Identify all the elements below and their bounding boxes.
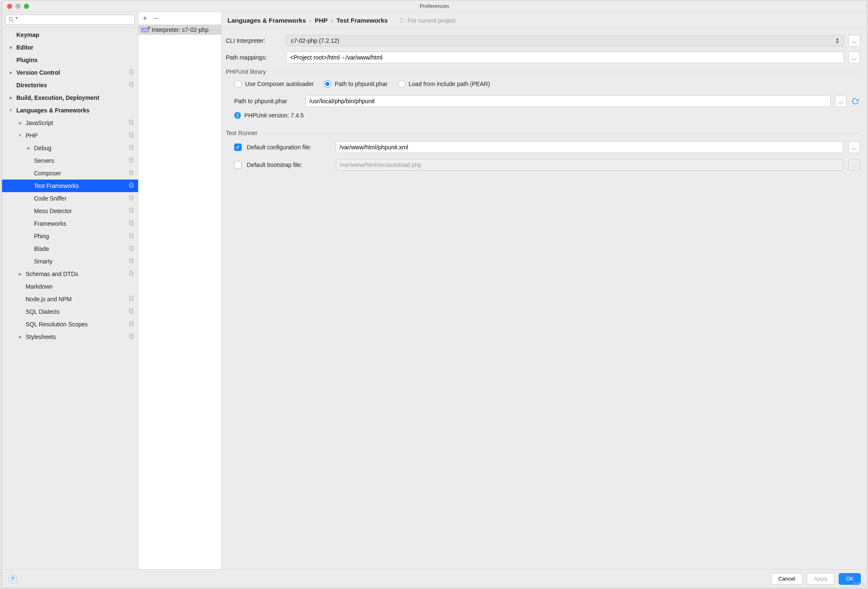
copy-icon xyxy=(128,145,134,151)
tree-item-editor[interactable]: ▶Editor xyxy=(2,41,138,54)
apply-button[interactable]: Apply xyxy=(807,573,835,585)
reload-icon[interactable] xyxy=(851,96,860,106)
default-bootstrap-browse-button: … xyxy=(848,159,860,171)
svg-line-1 xyxy=(12,21,14,22)
add-configuration-button[interactable]: + xyxy=(143,15,147,22)
tree-item-mess-detector[interactable]: Mess Detector xyxy=(2,205,138,217)
copy-icon xyxy=(128,271,134,277)
path-mappings-field[interactable] xyxy=(286,52,844,63)
phar-path-field[interactable] xyxy=(306,95,831,107)
copy-icon xyxy=(128,334,134,340)
copy-icon xyxy=(128,170,134,177)
tree-item-node-js-and-npm[interactable]: Node.js and NPM xyxy=(2,293,138,305)
svg-rect-20 xyxy=(129,208,132,212)
tree-item-label: Composer xyxy=(34,170,61,177)
tree-item-label: Languages & Frameworks xyxy=(16,107,89,114)
tree-item-plugins[interactable]: Plugins xyxy=(2,54,138,66)
svg-rect-10 xyxy=(129,145,132,149)
configuration-list-item[interactable]: php Interpreter: c7-02-php xyxy=(139,25,221,35)
settings-search-input[interactable] xyxy=(5,15,135,25)
tree-item-servers[interactable]: Servers xyxy=(2,154,138,167)
tree-item-label: Blade xyxy=(34,245,49,252)
tree-item-label: Mess Detector xyxy=(34,208,72,214)
copy-icon xyxy=(128,321,134,328)
help-button[interactable]: ? xyxy=(8,574,17,584)
tree-item-blade[interactable]: Blade xyxy=(2,242,138,255)
radio-include-path-pear[interactable]: Load from include path (PEAR) xyxy=(398,80,490,88)
tree-item-languages-frameworks[interactable]: ▼Languages & Frameworks xyxy=(2,104,138,117)
copy-icon xyxy=(128,233,134,240)
svg-rect-28 xyxy=(129,258,132,262)
tree-item-php[interactable]: ▼PHP xyxy=(2,129,138,142)
tree-item-code-sniffer[interactable]: Code Sniffer xyxy=(2,192,138,205)
tree-item-composer[interactable]: Composer xyxy=(2,167,138,180)
crumb-test-frameworks: Test Frameworks xyxy=(337,17,388,24)
watermark: 亿速云 xyxy=(853,581,865,587)
tree-item-label: SQL Resolution Scopes xyxy=(26,321,88,328)
phpunit-library-mode-radios: Use Composer autoloader Path to phpunit.… xyxy=(234,80,860,88)
chevron-down-icon[interactable]: ▼ xyxy=(15,16,18,20)
tree-item-label: Version Control xyxy=(16,69,60,76)
svg-rect-30 xyxy=(129,271,132,275)
chevron-right-icon: ▶ xyxy=(17,335,23,339)
tree-item-label: Frameworks xyxy=(34,220,66,227)
tree-item-version-control[interactable]: ▶Version Control xyxy=(2,66,138,79)
svg-rect-15 xyxy=(130,171,133,175)
copy-icon xyxy=(128,258,134,265)
default-config-field[interactable] xyxy=(336,141,843,153)
default-config-checkbox[interactable] xyxy=(234,143,242,151)
settings-content: Languages & Frameworks › PHP › Test Fram… xyxy=(222,12,867,569)
window-minimize-button[interactable] xyxy=(16,4,21,9)
path-mappings-label: Path mappings: xyxy=(226,54,282,61)
tree-item-sql-resolution-scopes[interactable]: SQL Resolution Scopes xyxy=(2,318,138,331)
settings-tree: Keymap▶EditorPlugins▶Version ControlDire… xyxy=(2,28,138,569)
radio-path-to-phar[interactable]: Path to phpunit.phar xyxy=(324,80,387,88)
default-bootstrap-checkbox[interactable] xyxy=(234,161,242,169)
cli-interpreter-browse-button[interactable]: … xyxy=(848,35,860,47)
breadcrumb: Languages & Frameworks › PHP › Test Fram… xyxy=(222,12,867,29)
phpunit-version-text: PHPUnit version: 7.4.5 xyxy=(244,112,304,119)
chevron-down-icon: ▼ xyxy=(8,108,14,112)
tree-item-debug[interactable]: ▶Debug xyxy=(2,142,138,154)
phar-path-browse-button[interactable]: … xyxy=(835,95,847,107)
tree-item-javascript[interactable]: ▶JavaScript xyxy=(2,117,138,129)
tree-item-sql-dialects[interactable]: SQL Dialects xyxy=(2,305,138,318)
tree-item-smarty[interactable]: Smarty xyxy=(2,255,138,268)
svg-rect-32 xyxy=(129,296,132,300)
default-config-browse-button[interactable]: … xyxy=(848,141,860,153)
remove-configuration-button[interactable]: − xyxy=(154,15,159,22)
default-bootstrap-field xyxy=(336,159,843,171)
tree-item-build-execution-deployment[interactable]: ▶Build, Execution, Deployment xyxy=(2,91,138,104)
svg-rect-11 xyxy=(130,146,133,150)
path-mappings-browse-button[interactable]: … xyxy=(848,52,860,63)
cancel-button[interactable]: Cancel xyxy=(771,573,802,585)
chevron-right-icon: ▶ xyxy=(8,96,14,100)
phar-path-label: Path to phpunit.phar xyxy=(234,98,301,104)
cli-interpreter-combo[interactable]: c7-02-php (7.2.12) ▲▼ xyxy=(286,35,844,47)
tree-item-frameworks[interactable]: Frameworks xyxy=(2,217,138,230)
svg-rect-8 xyxy=(129,133,132,136)
tree-item-stylesheets[interactable]: ▶Stylesheets xyxy=(2,331,138,343)
tree-item-keymap[interactable]: Keymap xyxy=(2,29,138,41)
window-close-button[interactable] xyxy=(7,4,12,9)
tree-item-label: Directories xyxy=(16,82,47,89)
window-zoom-button[interactable] xyxy=(24,4,29,9)
tree-item-schemas-and-dtds[interactable]: ▶Schemas and DTDs xyxy=(2,268,138,280)
copy-icon xyxy=(128,296,134,302)
tree-item-phing[interactable]: Phing xyxy=(2,230,138,242)
svg-rect-12 xyxy=(129,158,132,162)
tree-item-test-frameworks[interactable]: Test Frameworks xyxy=(2,180,138,192)
radio-composer-autoloader[interactable]: Use Composer autoloader xyxy=(234,80,314,88)
tree-item-markdown[interactable]: Markdown xyxy=(2,280,138,293)
copy-icon xyxy=(128,132,134,139)
chevron-right-icon: › xyxy=(331,17,333,24)
svg-rect-38 xyxy=(129,334,132,338)
chevron-right-icon: ▶ xyxy=(26,146,31,150)
svg-rect-9 xyxy=(130,133,133,137)
svg-rect-25 xyxy=(130,234,133,238)
svg-rect-36 xyxy=(129,321,132,325)
svg-rect-2 xyxy=(129,70,132,73)
tree-item-label: Servers xyxy=(34,157,54,164)
svg-rect-17 xyxy=(130,184,133,188)
tree-item-directories[interactable]: Directories xyxy=(2,79,138,91)
